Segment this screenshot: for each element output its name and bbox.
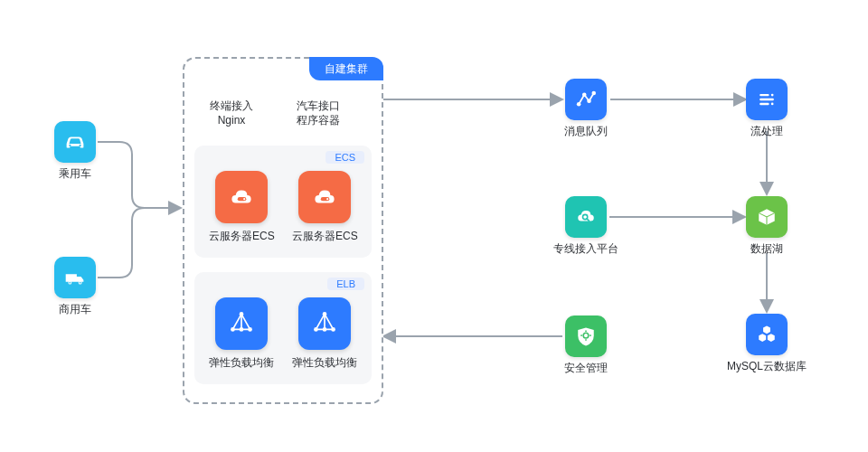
cluster-top-left-text: 终端接入 Nginx — [210, 99, 253, 127]
car-icon — [61, 128, 89, 155]
kafka-node-label: 消息队列 — [552, 124, 620, 139]
ecs-tag: ECS — [326, 151, 364, 164]
svg-point-15 — [314, 327, 318, 332]
elb-box: ELB 弹性负载均衡 — [194, 272, 372, 384]
stream-node-label: 流处理 — [732, 124, 801, 139]
cluster-top-left-line2: Nginx — [218, 114, 246, 127]
cloud-server-icon — [309, 182, 340, 212]
storage-node-label: 数据湖 — [732, 241, 801, 257]
security-node-icon — [565, 315, 607, 357]
elb-item-1: 弹性负载均衡 — [209, 297, 274, 371]
cluster-top-right-line1: 汽车接口 — [297, 99, 340, 112]
svg-point-33 — [771, 103, 774, 106]
shield-gear-icon — [573, 324, 599, 349]
svg-rect-30 — [760, 99, 774, 100]
svg-point-18 — [577, 102, 581, 107]
car-node-icon — [54, 121, 96, 163]
search-node-icon — [565, 196, 607, 238]
ecs-icon-1 — [215, 171, 268, 223]
ecs-item-2: 云服务器ECS — [292, 171, 358, 244]
cube-icon — [754, 204, 779, 230]
network-icon — [573, 87, 599, 112]
svg-point-1 — [80, 145, 81, 146]
security-node-label: 安全管理 — [552, 361, 620, 376]
ecs-icon-2 — [298, 171, 351, 223]
mysql-node-label: MySQL云数据库 — [719, 359, 815, 374]
cluster-top-left-line1: 终端接入 — [210, 99, 253, 112]
truck-node-icon — [54, 257, 96, 298]
cloud-server-icon — [226, 182, 257, 212]
svg-point-21 — [591, 91, 596, 96]
ecs-item-1: 云服务器ECS — [209, 171, 275, 244]
svg-point-19 — [582, 92, 587, 97]
ecs-item-2-label: 云服务器ECS — [292, 229, 358, 244]
hexagons-icon — [754, 322, 779, 347]
cluster-top-right-line2: 程序容器 — [297, 114, 340, 127]
svg-point-0 — [69, 145, 71, 146]
search-node-label: 专线接入平台 — [542, 241, 629, 257]
svg-point-5 — [80, 282, 81, 284]
svg-point-11 — [231, 327, 235, 332]
elb-icon-1 — [215, 297, 268, 350]
svg-point-10 — [240, 312, 244, 316]
cluster-top-right-text: 汽车接口 程序容器 — [297, 99, 340, 127]
svg-point-14 — [323, 312, 327, 316]
load-balance-icon — [309, 308, 340, 339]
svg-point-4 — [70, 282, 71, 284]
ecs-box: ECS 云服务器ECS 云服务器ECS — [194, 146, 372, 258]
cloud-search-icon — [573, 204, 599, 230]
elb-item-1-label: 弹性负载均衡 — [209, 355, 274, 371]
elb-icon-2 — [298, 297, 351, 350]
svg-point-9 — [326, 198, 328, 200]
svg-point-32 — [771, 94, 774, 97]
svg-rect-31 — [760, 103, 769, 105]
elb-item-2: 弹性负载均衡 — [292, 297, 357, 371]
stream-icon — [754, 87, 779, 112]
load-balance-icon — [226, 308, 257, 339]
svg-point-13 — [240, 327, 244, 332]
mysql-node-icon — [746, 314, 788, 355]
stream-node-icon — [746, 79, 788, 120]
kafka-node-icon — [565, 79, 607, 120]
cluster-tab: 自建集群 — [309, 57, 383, 80]
connectors — [0, 0, 868, 452]
svg-point-17 — [323, 327, 327, 332]
svg-point-12 — [248, 327, 252, 332]
svg-rect-29 — [760, 94, 769, 96]
svg-point-7 — [243, 198, 245, 200]
ecs-item-1-label: 云服务器ECS — [209, 229, 275, 244]
elb-item-2-label: 弹性负载均衡 — [292, 355, 357, 371]
elb-tag: ELB — [327, 278, 364, 290]
car-node-label: 乘用车 — [54, 166, 96, 182]
truck-icon — [61, 264, 89, 291]
svg-point-16 — [331, 327, 335, 332]
storage-node-icon — [746, 196, 788, 238]
cluster-box: 自建集群 终端接入 Nginx 汽车接口 程序容器 ECS 云服务器ECS — [183, 57, 383, 404]
svg-point-20 — [587, 99, 591, 103]
truck-node-label: 商用车 — [54, 302, 96, 317]
